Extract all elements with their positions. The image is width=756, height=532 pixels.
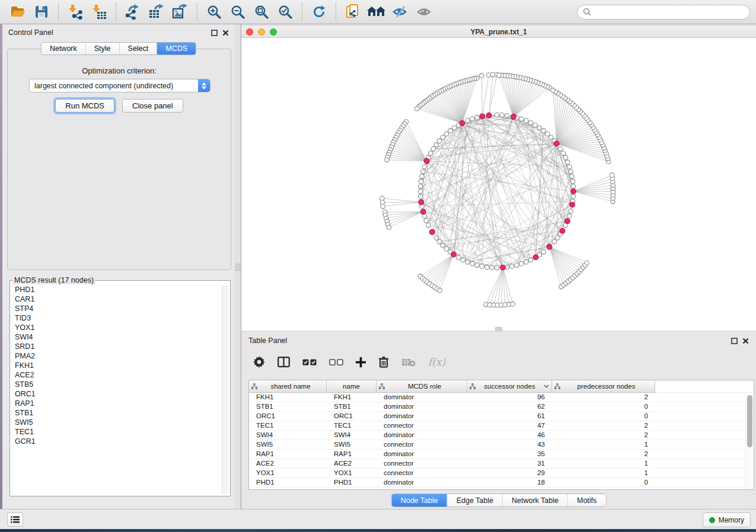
table-scrollbar[interactable] xyxy=(745,393,753,489)
import-table-icon[interactable] xyxy=(89,2,109,21)
mcds-result-item[interactable]: PMA2 xyxy=(15,351,230,361)
network-view-window: YPA_prune.txt_1 xyxy=(241,24,756,332)
table-row[interactable]: SWI5 SWI5 connector 43 1 xyxy=(249,440,754,450)
splitter-handle[interactable] xyxy=(235,264,240,271)
control-panel-tab[interactable]: Select xyxy=(120,43,158,55)
table-tab[interactable]: Motifs xyxy=(568,494,605,507)
mcds-result-item[interactable]: CAR1 xyxy=(15,294,230,304)
mcds-result-item[interactable]: STB1 xyxy=(15,408,230,418)
float-table-panel-icon[interactable] xyxy=(731,338,738,344)
mcds-result-item[interactable]: FKH1 xyxy=(15,361,230,370)
column-header[interactable]: MCDS role xyxy=(377,380,467,393)
table-row[interactable]: ACE2 ACE2 connector 31 1 xyxy=(249,459,754,469)
deselect-all-icon[interactable] xyxy=(329,359,343,366)
column-header[interactable]: predecessor nodes xyxy=(552,380,655,393)
mcds-result-item[interactable]: TEC1 xyxy=(15,427,230,437)
control-panel-tab[interactable]: MCDS xyxy=(157,43,196,55)
column-label: predecessor nodes xyxy=(560,383,652,390)
table-tab[interactable]: Network Table xyxy=(503,494,568,507)
table-row[interactable]: YOX1 YOX1 connector 29 1 xyxy=(249,469,754,478)
search-input[interactable] xyxy=(591,8,744,16)
table-row[interactable]: TEC1 TEC1 connector 47 2 xyxy=(249,421,754,431)
horizontal-splitter-handle[interactable] xyxy=(495,327,502,331)
minimize-window-icon[interactable] xyxy=(258,28,265,36)
column-header[interactable]: name xyxy=(327,380,377,393)
trash-icon[interactable] xyxy=(378,356,389,368)
mcds-result-item[interactable]: ORC1 xyxy=(15,389,230,399)
control-panel-tab[interactable]: Style xyxy=(86,43,120,55)
memory-status-icon xyxy=(709,517,715,523)
run-mcds-button[interactable]: Run MCDS xyxy=(55,99,114,113)
table-tabs: Node TableEdge TableNetwork TableMotifs xyxy=(391,493,607,507)
search-field[interactable] xyxy=(577,5,750,20)
mcds-result-item[interactable]: STB5 xyxy=(15,380,230,389)
zoom-out-icon[interactable] xyxy=(228,2,248,21)
task-history-button[interactable] xyxy=(7,512,23,527)
import-network-icon[interactable] xyxy=(65,2,85,21)
mcds-result-item[interactable]: ACE2 xyxy=(15,370,230,380)
add-icon[interactable] xyxy=(356,357,366,367)
zoom-fit-icon[interactable] xyxy=(251,2,272,21)
share-document-icon[interactable] xyxy=(343,2,363,21)
column-type-icon xyxy=(379,383,385,389)
mcds-result-item[interactable]: PHD1 xyxy=(15,285,230,294)
vertical-splitter[interactable] xyxy=(235,24,241,509)
column-header[interactable]: shared name xyxy=(249,380,327,393)
memory-button[interactable]: Memory xyxy=(703,512,751,527)
delete-table-icon xyxy=(401,358,416,367)
list-icon xyxy=(11,516,20,523)
mcds-result-box: MCDS result (17 nodes) PHD1CAR1STP4TID3Y… xyxy=(9,276,231,496)
network-window-title: YPA_prune.txt_1 xyxy=(241,28,756,36)
mcds-result-item[interactable]: RAP1 xyxy=(15,399,230,408)
open-folder-icon[interactable] xyxy=(8,2,28,21)
table-row[interactable]: FKH1 FKH1 dominator 96 2 xyxy=(249,393,754,402)
sort-desc-icon xyxy=(544,384,549,388)
table-row[interactable]: PHD1 PHD1 dominator 18 0 xyxy=(249,478,754,488)
zoom-in-icon[interactable] xyxy=(204,2,224,21)
show-eye-icon[interactable] xyxy=(414,2,434,21)
hide-eye-icon[interactable] xyxy=(390,2,410,21)
table-row[interactable]: SWI4 SWI4 dominator 46 2 xyxy=(249,431,754,440)
close-panel-icon[interactable] xyxy=(222,30,229,36)
refresh-icon[interactable] xyxy=(309,2,329,21)
genemania-homes-icon[interactable] xyxy=(366,2,387,21)
control-panel-tab[interactable]: Network xyxy=(42,43,86,55)
maximize-window-icon[interactable] xyxy=(270,28,277,36)
mcds-result-scrollbar[interactable] xyxy=(222,286,228,494)
column-header[interactable]: successor nodes xyxy=(467,380,552,393)
table-row[interactable]: ORC1 ORC1 dominator 61 0 xyxy=(249,412,754,421)
mcds-result-item[interactable]: STP4 xyxy=(15,304,230,313)
close-window-icon[interactable] xyxy=(246,28,253,36)
node-table-header: shared name name MCDS role successor nod… xyxy=(249,380,754,393)
save-icon[interactable] xyxy=(31,2,52,21)
table-row[interactable]: RAP1 RAP1 dominator 35 2 xyxy=(249,450,754,459)
mcds-result-item[interactable]: GCR1 xyxy=(15,437,230,446)
control-panel-tabs: NetworkStyleSelectMCDS xyxy=(41,42,196,55)
control-panel: Control Panel NetworkStyleSelectMCDS Opt… xyxy=(2,24,235,509)
mcds-result-item[interactable]: TID3 xyxy=(15,313,230,323)
mcds-result-item[interactable]: SRD1 xyxy=(15,342,230,351)
mcds-result-item[interactable]: SWI5 xyxy=(15,418,230,427)
export-network-icon[interactable] xyxy=(123,2,143,21)
mcds-result-item[interactable]: YOX1 xyxy=(15,323,230,332)
status-bar: Memory xyxy=(0,509,756,529)
zoom-selected-icon[interactable] xyxy=(275,2,295,21)
search-icon xyxy=(583,8,591,16)
columns-icon[interactable] xyxy=(277,357,290,367)
export-image-icon[interactable] xyxy=(170,2,190,21)
table-panel-title: Table Panel xyxy=(248,336,731,345)
network-canvas[interactable] xyxy=(241,38,756,331)
column-header[interactable] xyxy=(655,380,754,393)
export-table-icon[interactable] xyxy=(146,2,167,21)
table-tab[interactable]: Edge Table xyxy=(448,494,503,507)
float-panel-icon[interactable] xyxy=(211,30,218,36)
close-table-panel-icon[interactable] xyxy=(742,338,749,344)
table-scrollbar-thumb[interactable] xyxy=(747,395,752,447)
select-all-icon[interactable] xyxy=(302,359,317,366)
optimization-criterion-select[interactable]: largest connected component (undirected) xyxy=(29,79,210,92)
close-panel-button[interactable]: Close panel xyxy=(122,99,183,113)
mcds-result-item[interactable]: SWI4 xyxy=(15,332,230,342)
table-row[interactable]: STB1 STB1 dominator 62 0 xyxy=(249,402,754,412)
table-tab[interactable]: Node Table xyxy=(392,494,448,507)
gear-icon[interactable] xyxy=(253,356,265,368)
